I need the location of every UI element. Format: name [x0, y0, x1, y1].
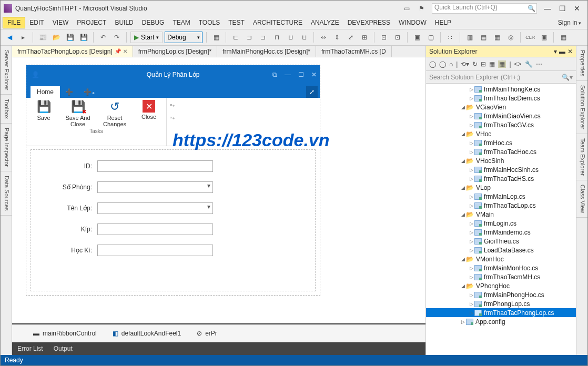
ribbon-add-page-icon[interactable]: ➕₊: [78, 86, 100, 98]
expander-icon[interactable]: ◢: [460, 105, 466, 110]
send-back-icon[interactable]: ▢: [425, 32, 437, 43]
align-left-icon[interactable]: ⊏: [230, 32, 241, 43]
solexp-tree[interactable]: ▷frmMainThongKe.cs▷frmThaoTacDiem.cs◢📂VG…: [426, 84, 576, 355]
expander-icon[interactable]: ◢: [460, 283, 466, 289]
expander-icon[interactable]: ▷: [468, 87, 474, 92]
bring-front-icon[interactable]: ▣: [411, 32, 423, 43]
expander-icon[interactable]: ▷: [468, 221, 474, 226]
expander-icon[interactable]: ▷: [460, 319, 466, 324]
menu-tools[interactable]: TOOLS: [195, 17, 224, 28]
layout-btn1[interactable]: ▦: [210, 32, 222, 43]
se-home-icon[interactable]: ⌂: [449, 60, 453, 68]
ribbon-add-group2-icon[interactable]: ▫₊: [170, 114, 175, 121]
ribbon-save-button[interactable]: 💾 Save: [31, 100, 57, 127]
tree-node[interactable]: ▷frmMainThongKe.cs: [426, 85, 576, 94]
expander-icon[interactable]: ▷: [468, 239, 474, 244]
vtab-toolbox[interactable]: Toolbox: [1, 95, 12, 124]
expander-icon[interactable]: ▷: [468, 123, 474, 128]
expander-icon[interactable]: ▷: [468, 203, 474, 208]
align-bottom-icon[interactable]: ⊔: [298, 32, 310, 43]
tree-node[interactable]: ◢📂VMonHoc: [426, 255, 576, 263]
menu-edit[interactable]: EDIT: [25, 17, 48, 28]
start-button[interactable]: ▶Start▾: [130, 32, 163, 43]
nav-back-button[interactable]: ◀: [4, 32, 15, 43]
tree-node[interactable]: ▷frmThaoTacGV.cs: [426, 120, 576, 129]
form-minimize-icon[interactable]: —: [285, 71, 291, 78]
tree-node[interactable]: ▷frmThaoTacLop.cs: [426, 201, 576, 210]
vtab-solution-explorer[interactable]: Solution Explorer: [576, 81, 587, 134]
menu-devexpress[interactable]: DEVEXPRESS: [343, 17, 394, 28]
solexp-pin-icon[interactable]: ▬: [559, 48, 565, 55]
vtab-properties[interactable]: Properties: [576, 46, 587, 81]
extra7-icon[interactable]: ▣: [538, 32, 550, 43]
space-v-icon[interactable]: ⇕: [331, 32, 343, 43]
solexp-search[interactable]: Search Solution Explorer (Ctrl+;) 🔍▾: [426, 71, 576, 84]
form-maximize-icon[interactable]: ☐: [298, 71, 304, 78]
feedback-icon[interactable]: ⚑: [415, 2, 428, 15]
extra8-icon[interactable]: ▦: [557, 32, 569, 43]
menu-window[interactable]: WINDOW: [394, 17, 431, 28]
se-showall-icon[interactable]: ▦: [489, 60, 495, 68]
open-button[interactable]: 📂: [50, 32, 62, 43]
save-all-button[interactable]: 💾: [78, 32, 89, 43]
align-center-icon[interactable]: ⊐: [244, 32, 255, 43]
input-hocki[interactable]: [97, 245, 213, 256]
tree-node[interactable]: ▷frmPhongLop.cs: [426, 299, 576, 308]
expander-icon[interactable]: ▷: [468, 140, 474, 146]
menu-team[interactable]: TEAM: [168, 17, 194, 28]
menu-architecture[interactable]: ARCHITECTURE: [249, 17, 307, 28]
tab-error-list[interactable]: Error List: [12, 343, 48, 354]
expander-icon[interactable]: ▷: [468, 310, 474, 316]
tree-node[interactable]: ◢📂VHocSinh: [426, 156, 576, 165]
menu-project[interactable]: PROJECT: [73, 17, 110, 28]
expander-icon[interactable]: ▷: [468, 274, 474, 280]
se-more-icon[interactable]: ⋯: [536, 60, 542, 68]
combo-sophong[interactable]: [97, 181, 213, 193]
pin-icon[interactable]: 📌: [115, 48, 121, 54]
size-icon[interactable]: ⤢: [345, 32, 357, 43]
expander-icon[interactable]: ▷: [468, 176, 474, 181]
input-kip[interactable]: [97, 223, 213, 235]
extra2-icon[interactable]: ▥: [464, 32, 475, 43]
quick-launch-input[interactable]: Quick Launch (Ctrl+Q) 🔍: [432, 3, 537, 14]
tree-node[interactable]: ▷frmMainMonHoc.cs: [426, 263, 576, 272]
align-middle-icon[interactable]: ⊔: [285, 32, 296, 43]
ribbon-saveclose-button[interactable]: 💾✖ Save And Close: [62, 100, 94, 127]
se-sync-icon[interactable]: ⟲▾: [461, 60, 469, 68]
ribbon-reset-button[interactable]: ↺ Reset Changes: [99, 100, 130, 127]
tree-node[interactable]: ▷frmHoc.cs: [426, 138, 576, 147]
se-design-icon[interactable]: 🔧: [525, 60, 533, 68]
menu-build[interactable]: BUILD: [110, 17, 137, 28]
tab-1[interactable]: frmPhongLop.cs [Design]*: [133, 46, 217, 57]
tree-node[interactable]: ▷frmThaoTacHoc.cs: [426, 147, 576, 156]
form-body[interactable]: ID: Số Phòng: Tên Lớp: Kíp: Học Kì:: [31, 149, 316, 291]
expander-icon[interactable]: ◢: [460, 131, 466, 137]
expander-icon[interactable]: ▷: [468, 292, 474, 298]
expander-icon[interactable]: ▷: [468, 114, 474, 119]
tab-3[interactable]: frmThaoTacmMH.cs [D: [316, 46, 392, 57]
vtab-team-explorer[interactable]: Team Explorer: [576, 134, 587, 180]
tree-node[interactable]: ▷frmLogin.cs: [426, 219, 576, 228]
tree-node[interactable]: ▷frmMainLop.cs: [426, 192, 576, 201]
se-refresh-icon[interactable]: ↻: [472, 60, 478, 68]
expander-icon[interactable]: ◢: [460, 257, 466, 262]
solexp-close-icon[interactable]: ✕: [567, 48, 573, 55]
ribbon-close-button[interactable]: ✕ Close: [136, 100, 162, 127]
design-surface[interactable]: 👤 Quản Lý Phân Lớp ⧉ — ☐ ✕ Home ➕ ➕₊ ⤢: [12, 57, 425, 323]
expander-icon[interactable]: ▷: [468, 230, 474, 235]
redo-button[interactable]: ↷: [111, 32, 123, 43]
tree-node[interactable]: ▷GioiThieu.cs: [426, 237, 576, 246]
menu-test[interactable]: TEST: [224, 17, 249, 28]
sign-in-button[interactable]: Sign in: [558, 19, 581, 26]
ribbon-home-tab[interactable]: Home: [31, 86, 60, 98]
close-button[interactable]: ✕: [570, 3, 584, 14]
tree-node[interactable]: ▷frmThaoTacmMH.cs: [426, 272, 576, 281]
ribbon-add-item-icon[interactable]: ▫₊: [170, 101, 175, 108]
se-props-icon[interactable]: ▦: [498, 60, 506, 68]
se-code-icon[interactable]: <>: [514, 60, 522, 68]
form-close-icon[interactable]: ✕: [311, 71, 317, 78]
expander-icon[interactable]: ▷: [468, 248, 474, 253]
expander-icon[interactable]: ▷: [468, 194, 474, 199]
ribbon-add-group-icon[interactable]: ➕: [60, 86, 78, 98]
tree-node[interactable]: ◢📂VGiaoVien: [426, 103, 576, 111]
